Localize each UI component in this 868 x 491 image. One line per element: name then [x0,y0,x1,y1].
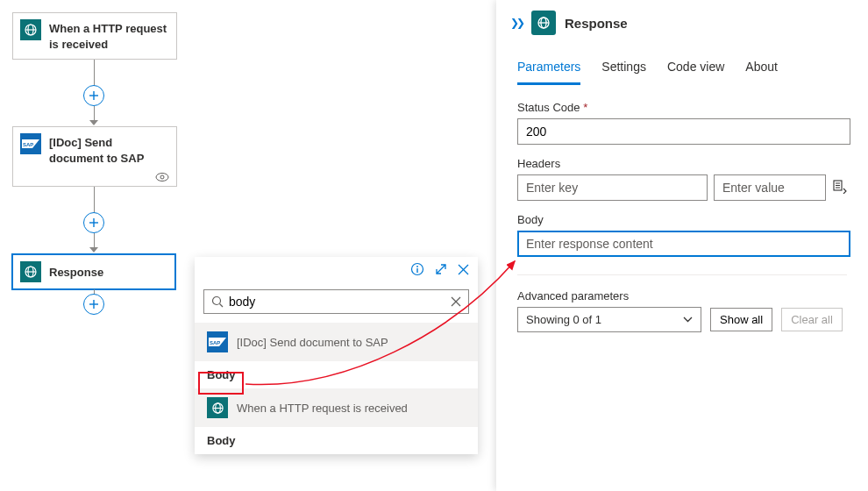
arrow-head-icon [89,247,98,253]
connector [94,187,95,213]
globe-icon [20,261,41,282]
node-title: Response [49,263,103,281]
tab-settings[interactable]: Settings [601,53,646,85]
node-title: When a HTTP request is received [49,19,169,53]
add-step-button[interactable] [83,212,104,233]
token-source-label: [IDoc] Send document to SAP [237,336,388,349]
header-key-input[interactable] [517,174,708,201]
annotation-highlight [198,372,244,395]
globe-icon [20,19,41,40]
advanced-parameters-select[interactable]: Showing 0 of 1 [517,307,701,332]
show-all-button[interactable]: Show all [710,308,772,331]
status-code-input[interactable] [517,118,850,145]
header-value-input[interactable] [714,174,826,201]
token-picker-panel: SAP [IDoc] Send document to SAP Body Whe… [195,257,478,454]
node-http-trigger[interactable]: When a HTTP request is received [12,12,177,60]
token-body[interactable]: Body [195,427,478,454]
status-code-label: Status Code * [517,101,847,114]
panel-title: Response [565,16,628,31]
svg-text:SAP: SAP [210,340,220,345]
details-panel: ❯❯ Response Parameters Settings Code vie… [496,0,868,491]
node-title: [IDoc] Send document to SAP [49,133,169,167]
node-sap-idoc[interactable]: SAP [IDoc] Send document to SAP [12,126,177,187]
token-search-input[interactable] [203,289,469,314]
switch-mode-icon[interactable] [833,180,847,196]
close-icon[interactable] [458,264,469,278]
body-label: Body [517,213,847,226]
clear-all-button: Clear all [781,308,843,331]
arrow-head-icon [89,120,98,125]
connector [94,60,95,86]
svg-point-8 [156,174,168,181]
tab-parameters[interactable]: Parameters [517,53,580,85]
sap-icon: SAP [20,133,41,154]
token-source-label: When a HTTP request is received [237,402,408,415]
node-response[interactable]: Response [11,253,176,290]
tabs: Parameters Settings Code view About [496,53,868,85]
token-source-sap[interactable]: SAP [IDoc] Send document to SAP [195,323,478,361]
svg-marker-5 [89,120,98,125]
globe-icon [531,11,556,35]
sap-icon: SAP [207,331,228,352]
svg-point-9 [160,175,164,179]
add-step-button[interactable] [83,85,104,106]
tab-codeview[interactable]: Code view [667,53,724,85]
preview-icon [13,173,176,186]
svg-rect-20 [416,268,417,273]
add-step-button[interactable] [83,294,104,315]
tab-about[interactable]: About [745,53,778,85]
svg-text:SAP: SAP [23,142,33,147]
info-icon[interactable] [410,262,424,279]
headers-label: Headers [517,157,847,170]
globe-icon [207,397,228,418]
body-input[interactable] [517,231,850,257]
collapse-chevron-icon[interactable]: ❯❯ [510,17,523,29]
svg-marker-12 [89,247,98,253]
advanced-parameters-label: Advanced parameters [496,275,868,307]
svg-point-24 [213,297,221,305]
expand-icon[interactable] [435,263,447,278]
chevron-down-icon [683,317,693,323]
search-icon [211,295,224,308]
svg-line-25 [220,304,224,308]
svg-point-19 [416,266,418,267]
clear-icon[interactable] [451,296,461,307]
svg-line-21 [437,265,445,274]
